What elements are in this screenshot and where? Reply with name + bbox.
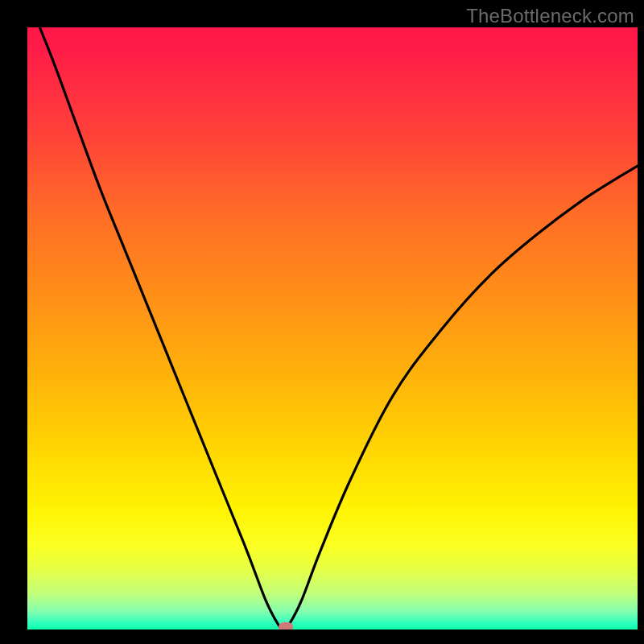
curve-layer [27,27,638,630]
chart-frame: TheBottleneck.com [0,0,644,644]
minimum-marker [279,622,293,630]
bottleneck-curve [27,27,638,630]
plot-area [27,27,638,630]
watermark-text: TheBottleneck.com [466,5,634,27]
